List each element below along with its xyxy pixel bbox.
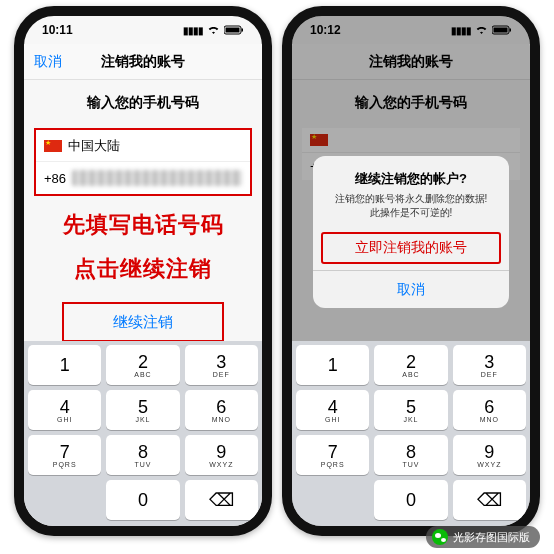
time: 10:11 — [42, 23, 73, 37]
watermark: 光影存图国际版 — [426, 526, 540, 548]
flag-icon — [44, 140, 62, 152]
backspace-key[interactable]: ⌫ — [453, 480, 526, 520]
phone-fields: 中国大陆 +86 — [34, 128, 252, 196]
svg-rect-1 — [226, 28, 240, 33]
key-4[interactable]: 4GHI — [296, 390, 369, 430]
key-6[interactable]: 6MNO — [453, 390, 526, 430]
confirm-alert: 继续注销您的帐户? 注销您的账号将永久删除您的数据! 此操作是不可逆的! 立即注… — [313, 156, 509, 308]
alert-cancel-button[interactable]: 取消 — [313, 270, 509, 308]
key-5[interactable]: 5JKL — [106, 390, 179, 430]
key-4[interactable]: 4GHI — [28, 390, 101, 430]
status-icons: ▮▮▮▮ — [183, 25, 244, 36]
subtitle: 输入您的手机号码 — [34, 94, 252, 112]
wechat-icon — [432, 529, 448, 545]
key-9[interactable]: 9WXYZ — [453, 435, 526, 475]
key-blank — [28, 480, 101, 520]
alert-title: 继续注销您的帐户? — [323, 170, 499, 188]
cancel-button[interactable]: 取消 — [34, 53, 62, 71]
wifi-icon — [207, 25, 220, 35]
key-1[interactable]: 1 — [296, 345, 369, 385]
key-3[interactable]: 3DEF — [453, 345, 526, 385]
phone-row[interactable]: +86 — [36, 162, 250, 194]
annotation-1: 先填写电话号码 — [34, 210, 252, 240]
key-2[interactable]: 2ABC — [374, 345, 447, 385]
key-9[interactable]: 9WXYZ — [185, 435, 258, 475]
key-5[interactable]: 5JKL — [374, 390, 447, 430]
numeric-keypad: 12ABC3DEF4GHI5JKL6MNO7PQRS8TUV9WXYZ0⌫ — [292, 341, 530, 526]
phone-input[interactable] — [72, 170, 242, 186]
region-row[interactable]: 中国大陆 — [36, 130, 250, 162]
region-label: 中国大陆 — [68, 137, 120, 155]
backspace-key[interactable]: ⌫ — [185, 480, 258, 520]
status-bar: 10:11 ▮▮▮▮ — [24, 16, 262, 44]
confirm-delete-button[interactable]: 立即注销我的账号 — [321, 232, 501, 264]
key-7[interactable]: 7PQRS — [296, 435, 369, 475]
dial-code: +86 — [44, 171, 66, 186]
page-title: 注销我的账号 — [101, 53, 185, 71]
key-0[interactable]: 0 — [106, 480, 179, 520]
key-2[interactable]: 2ABC — [106, 345, 179, 385]
battery-icon — [224, 25, 244, 35]
alert-message-2: 此操作是不可逆的! — [323, 206, 499, 220]
phone-right: 10:12 ▮▮▮▮ 注销我的账号 输入您的手机号码 +8 继续注销 继续注销您… — [282, 6, 540, 536]
key-6[interactable]: 6MNO — [185, 390, 258, 430]
nav-bar: 取消 注销我的账号 — [24, 44, 262, 80]
numeric-keypad: 12ABC3DEF4GHI5JKL6MNO7PQRS8TUV9WXYZ0⌫ — [24, 341, 262, 526]
continue-highlight: 继续注销 — [62, 302, 224, 342]
key-8[interactable]: 8TUV — [106, 435, 179, 475]
phone-left: 10:11 ▮▮▮▮ 取消 注销我的账号 输入您的手机号码 中国大陆 +86 — [14, 6, 272, 536]
continue-button[interactable]: 继续注销 — [113, 313, 173, 332]
key-7[interactable]: 7PQRS — [28, 435, 101, 475]
signal-icon: ▮▮▮▮ — [183, 25, 203, 36]
key-blank — [296, 480, 369, 520]
key-8[interactable]: 8TUV — [374, 435, 447, 475]
svg-rect-2 — [242, 29, 244, 32]
key-3[interactable]: 3DEF — [185, 345, 258, 385]
key-1[interactable]: 1 — [28, 345, 101, 385]
alert-message-1: 注销您的账号将永久删除您的数据! — [323, 192, 499, 206]
key-0[interactable]: 0 — [374, 480, 447, 520]
annotation-2: 点击继续注销 — [34, 254, 252, 284]
watermark-text: 光影存图国际版 — [453, 530, 530, 545]
